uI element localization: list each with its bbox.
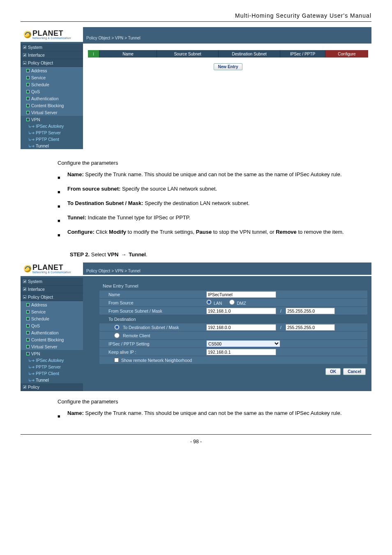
label-to-mask: To Destination Subnet / Mask [99,324,206,331]
ipsec-pptp-select[interactable]: CS500 [206,340,280,347]
configure-parameters-2: Configure the parameters [58,396,371,408]
sidebar-cat-system[interactable]: System [21,278,83,286]
sidebar-leaf-tunnel[interactable]: ↳➔Tunnel [21,377,83,383]
sidebar-item-schedule[interactable]: Schedule [21,81,83,88]
source-mask-field[interactable] [286,308,335,314]
sidebar-item-service[interactable]: Service [21,74,83,81]
sidebar: System Interface Policy Object Address S… [21,44,83,149]
cancel-button[interactable]: Cancel [343,368,366,375]
col-i: i [88,50,99,58]
name-field[interactable] [206,291,276,298]
radio-lan[interactable]: LAN [206,299,222,306]
header-rule [21,21,371,22]
sidebar-leaf-ipsec-autokey[interactable]: ↳➔IPSec Autokey [21,123,83,129]
sidebar-item-schedule[interactable]: Schedule [21,315,83,322]
sidebar-item-address[interactable]: Address [21,67,83,74]
radio-to-subnet[interactable] [114,325,120,330]
sidebar: System Interface Policy Object Address S… [21,278,83,391]
logo-tagline: Networking & Communication [32,37,71,39]
col-destination-subnet: Destination Subnet [219,50,280,58]
sidebar-leaf-pptp-client[interactable]: ↳➔PPTP Client [21,370,83,377]
col-ipsec-pptp: IPSec / PPTP [280,50,325,58]
sidebar-leaf-pptp-client[interactable]: ↳➔PPTP Client [21,136,83,143]
label-name: Name [99,291,206,298]
radio-remote-client[interactable] [114,333,120,338]
footer-rule [21,434,371,435]
breadcrumb: Policy Object > VPN > Tunnel [83,269,141,275]
sidebar-leaf-pptp-server[interactable]: ↳➔PPTP Server [21,364,83,370]
label-from-mask: From Source Subnet / Mask [99,308,206,314]
sidebar-item-authentication[interactable]: Authentication [21,95,83,102]
sidebar-cat-system[interactable]: System [21,44,83,51]
bullets-2: Name: Specify the Trunk name. This shoul… [58,408,371,422]
sidebar-item-qos[interactable]: QoS [21,88,83,95]
col-source-subnet: Source Subnet [157,50,219,58]
col-name: Name [99,50,157,58]
manual-title: Multi-Homing Security Gateway User's Man… [21,12,371,19]
sidebar-cat-interface[interactable]: Interface [21,51,83,59]
sidebar-item-virtual-server[interactable]: Virtual Server [21,109,83,116]
screenshot-new-entry-tunnel: PLANET Networking & Communication Policy… [21,261,371,391]
breadcrumb: Policy Object > VPN > Tunnel [83,36,141,42]
sidebar-leaf-pptp-server[interactable]: ↳➔PPTP Server [21,129,83,136]
label-ipsec-pptp: IPSec / PPTP Setting [99,341,206,347]
sidebar-cat-policy[interactable]: Policy [21,383,83,391]
page-number: - 98 - [21,439,371,444]
breadcrumb-bar: Policy Object > VPN > Tunnel [83,27,371,42]
tunnel-table-header: i Name Source Subnet Destination Subnet … [88,50,368,58]
keepalive-ip-field[interactable] [206,349,276,355]
label-remote-client: Remote Client [99,332,206,339]
sidebar-item-vpn[interactable]: VPN [21,116,83,123]
sidebar-item-content-blocking[interactable]: Content Blocking [21,336,83,343]
dest-subnet-field[interactable] [206,324,276,331]
configure-parameters-1: Configure the parameters [58,157,371,169]
planet-logo-icon [24,265,31,272]
planet-logo-icon [24,31,31,38]
col-configure: Configure [325,50,368,58]
dest-mask-field[interactable] [286,324,335,331]
form-area: New Entry Tunnel Name From Source LAN DM… [83,278,371,391]
sidebar-cat-interface[interactable]: Interface [21,286,83,293]
logo-tagline: Networking & Communication [32,271,71,274]
source-subnet-field[interactable] [206,308,276,314]
screenshot-vpn-tunnel-list: PLANET Networking & Communication Policy… [21,27,371,149]
sidebar-cat-policy-object[interactable]: Policy Object [21,293,83,301]
sidebar-cat-policy-object[interactable]: Policy Object [21,59,83,67]
logo: PLANET Networking & Communication [21,261,83,276]
label-from-source: From Source [99,299,206,306]
sidebar-item-content-blocking[interactable]: Content Blocking [21,102,83,109]
new-entry-button[interactable]: New Entry [214,63,243,70]
label-keepalive: Keep alive IP : [99,349,206,355]
sidebar-item-qos[interactable]: QoS [21,322,83,329]
radio-dmz[interactable]: DMZ [229,299,246,306]
sidebar-item-address[interactable]: Address [21,301,83,308]
show-nn-checkbox[interactable] [114,358,119,362]
content-area: i Name Source Subnet Destination Subnet … [83,44,371,149]
form-title: New Entry Tunnel [99,282,367,290]
sidebar-item-service[interactable]: Service [21,308,83,315]
sidebar-leaf-ipsec-autokey[interactable]: ↳➔IPSec Autokey [21,357,83,364]
label-to-destination: To Destination [99,316,206,322]
sidebar-item-virtual-server[interactable]: Virtual Server [21,343,83,350]
label-show-nn: Show remote Network Neighborhood [99,357,206,364]
sidebar-item-authentication[interactable]: Authentication [21,329,83,336]
logo: PLANET Networking & Communication [21,27,83,42]
step-2-line: STEP 2. Select VPN→Tunnel. [70,251,371,258]
sidebar-leaf-tunnel[interactable]: ↳➔Tunnel [21,143,83,149]
breadcrumb-bar: Policy Object > VPN > Tunnel [83,263,371,275]
bullets-1: Name: Specify the Trunk name. This shoul… [58,169,371,241]
ok-button[interactable]: OK [325,368,341,375]
sidebar-item-vpn[interactable]: VPN [21,350,83,357]
